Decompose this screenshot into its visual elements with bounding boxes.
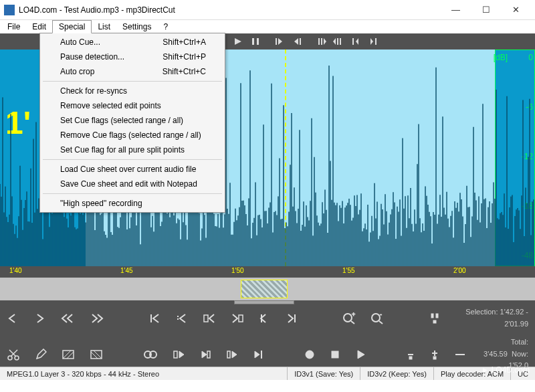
seek-fwd-button[interactable] xyxy=(90,312,104,325)
menu-file[interactable]: File xyxy=(1,21,26,33)
dd-set-cue-split[interactable]: Set Cue flag for all pure split points xyxy=(41,142,223,157)
svg-line-427 xyxy=(379,321,383,324)
dd-auto-cue[interactable]: Auto Cue...Shift+Ctrl+A xyxy=(41,35,223,50)
gain-up-button[interactable] xyxy=(430,348,439,361)
svg-point-423 xyxy=(344,314,352,322)
zoom-in-button[interactable]: + xyxy=(342,312,356,325)
overview-selection[interactable] xyxy=(241,280,288,298)
dd-separator xyxy=(43,81,222,82)
svg-line-438 xyxy=(63,351,71,359)
svg-rect-419 xyxy=(204,315,208,322)
toolbar-play-icon[interactable] xyxy=(230,35,246,48)
skip-prev-button[interactable] xyxy=(176,312,188,325)
play-button[interactable] xyxy=(355,348,366,361)
svg-rect-3 xyxy=(276,38,277,45)
seek-back-button[interactable] xyxy=(60,312,75,325)
menu-list[interactable]: List xyxy=(92,21,116,33)
svg-marker-455 xyxy=(358,351,364,359)
svg-marker-10 xyxy=(333,38,336,45)
play-sel-end-button[interactable] xyxy=(226,348,238,361)
next-marker-button[interactable] xyxy=(286,312,298,325)
svg-line-424 xyxy=(351,321,354,324)
step-fwd-button[interactable] xyxy=(33,312,45,325)
svg-marker-4 xyxy=(278,38,282,45)
svg-rect-420 xyxy=(239,315,243,322)
range-end-button[interactable] xyxy=(231,312,244,325)
dd-save-cue-sheet[interactable]: Save Cue sheet and edit with Notepad xyxy=(41,177,223,191)
titlebar: LO4D.com - Test Audio.mp3 - mp3DirectCut… xyxy=(0,0,535,20)
dd-set-cue-flags[interactable]: Set Cue flags (selected range / all) xyxy=(41,113,223,128)
dd-load-cue-sheet[interactable]: Load Cue sheet over current audio file xyxy=(41,162,223,177)
toolbar-mark-out-icon[interactable] xyxy=(330,35,346,48)
svg-rect-6 xyxy=(300,38,301,45)
menu-settings[interactable]: Settings xyxy=(116,21,157,33)
selection-value: 1'42.92 - 2'01.99 xyxy=(500,308,528,328)
hatch-b-button[interactable] xyxy=(90,348,103,361)
overview-strip[interactable] xyxy=(0,277,535,301)
maximize-button[interactable]: ☐ xyxy=(471,0,501,20)
svg-rect-16 xyxy=(375,38,377,45)
skip-start-button[interactable] xyxy=(149,312,161,325)
dd-check-resyncs[interactable]: Check for re-syncs xyxy=(41,84,223,98)
toolbar-marker-a-icon[interactable] xyxy=(348,35,364,48)
dd-pause-detection[interactable]: Pause detection...Shift+Ctrl+P xyxy=(41,50,223,64)
svg-marker-451 xyxy=(255,351,259,358)
svg-rect-2 xyxy=(257,38,259,45)
toolbar-sel-begin-icon[interactable] xyxy=(272,35,288,48)
svg-rect-449 xyxy=(227,351,230,358)
play-sel-start-button[interactable] xyxy=(173,348,185,361)
ruler-tick: 1'40 xyxy=(9,267,22,274)
play-after-button[interactable] xyxy=(253,348,265,361)
selection-label: Selection: xyxy=(465,308,498,316)
play-sel-button[interactable] xyxy=(199,348,211,361)
now-label: Now: xyxy=(512,350,528,358)
status-bar: MPEG1.0 Layer 3 - 320 kbps - 44 kHz - St… xyxy=(0,367,535,380)
svg-rect-11 xyxy=(337,38,338,45)
stop-button[interactable] xyxy=(330,348,340,361)
svg-rect-1 xyxy=(252,38,254,45)
svg-marker-436 xyxy=(37,349,46,359)
status-format: MPEG1.0 Layer 3 - 320 kbps - 44 kHz - St… xyxy=(0,367,288,380)
svg-marker-446 xyxy=(179,351,184,358)
toolbar-pause-icon[interactable] xyxy=(247,35,263,48)
record-button[interactable] xyxy=(304,348,315,361)
close-button[interactable]: ✕ xyxy=(501,0,531,20)
svg-marker-15 xyxy=(370,38,373,45)
controls-row-1: + - Selection: 1'42.92 - 2'01.99 xyxy=(7,306,528,330)
cut-button[interactable] xyxy=(7,348,20,361)
time-ruler: 1'40 1'45 1'50 1'55 2'00 xyxy=(0,266,535,277)
dd-remove-edit-points[interactable]: Remove selected edit points xyxy=(41,98,223,113)
prev-marker-button[interactable] xyxy=(259,312,271,325)
dd-auto-crop[interactable]: Auto cropShift+Ctrl+C xyxy=(41,64,223,79)
overview-handle[interactable] xyxy=(234,300,294,304)
ruler-tick: 1'45 xyxy=(120,267,133,274)
svg-rect-448 xyxy=(207,351,210,358)
menu-special[interactable]: Special xyxy=(52,20,92,33)
dd-high-speed-recording[interactable]: "High speed" recording xyxy=(41,196,223,211)
toolbar-mark-in-icon[interactable] xyxy=(313,35,329,48)
edit-button[interactable] xyxy=(35,348,47,361)
zoom-out-button[interactable]: - xyxy=(370,312,384,325)
step-back-button[interactable] xyxy=(7,312,19,325)
menu-edit[interactable]: Edit xyxy=(26,21,52,33)
svg-rect-457 xyxy=(409,357,412,359)
hatch-a-button[interactable] xyxy=(62,348,75,361)
split-button[interactable] xyxy=(429,312,441,325)
menu-help[interactable]: ? xyxy=(157,21,174,33)
svg-marker-14 xyxy=(356,38,358,45)
dd-separator xyxy=(43,159,222,160)
gain-reset-button[interactable] xyxy=(454,348,466,361)
minimize-button[interactable]: — xyxy=(441,0,471,20)
toolbar-marker-b-icon[interactable] xyxy=(365,35,381,48)
svg-rect-445 xyxy=(174,351,177,358)
toolbar-sel-end-icon[interactable] xyxy=(289,35,305,48)
range-start-button[interactable] xyxy=(203,312,216,325)
svg-text:-: - xyxy=(380,312,382,318)
svg-point-453 xyxy=(306,351,314,359)
svg-marker-447 xyxy=(202,351,207,358)
svg-marker-5 xyxy=(294,38,298,45)
dd-remove-cue-flags[interactable]: Remove Cue flags (selected range / all) xyxy=(41,128,223,142)
loop-button[interactable] xyxy=(143,348,158,361)
window-title: LO4D.com - Test Audio.mp3 - mp3DirectCut xyxy=(19,5,441,15)
gain-down-button[interactable] xyxy=(406,348,415,361)
